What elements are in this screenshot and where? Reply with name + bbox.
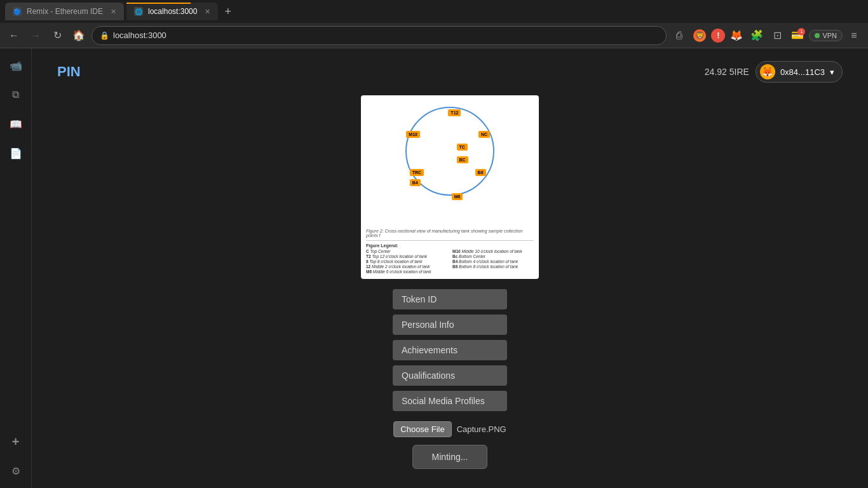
app-header: PIN 24.92 5IRE 🦊 0x84...11C3 ▾ bbox=[57, 61, 843, 83]
localhost-favicon: 🌐 bbox=[134, 7, 143, 16]
sidebar-settings-icon[interactable]: ⚙ bbox=[6, 461, 25, 480]
tab-remix-close[interactable]: ✕ bbox=[111, 8, 116, 16]
new-tab-button[interactable]: + bbox=[220, 5, 235, 18]
node-t12: T12 bbox=[448, 109, 461, 116]
node-m10: M10 bbox=[406, 131, 420, 138]
mint-row: Minting... bbox=[57, 445, 843, 469]
sidebar-toggle[interactable]: ⊡ bbox=[768, 27, 786, 44]
app-layout: 📹 ⧉ 📖 📄 + ⚙ PIN 24.92 5IRE 🦊 0x84...11C3… bbox=[0, 48, 868, 488]
tab-remix[interactable]: 🔵 Remix - Ethereum IDE ✕ bbox=[5, 3, 124, 20]
legend-m10: M10 Middle 10 o'clock location of tank bbox=[452, 249, 534, 254]
node-m6: M6 bbox=[452, 193, 463, 200]
brave-icon[interactable]: 🦁 bbox=[691, 27, 709, 44]
alert-icon: ! bbox=[711, 29, 725, 43]
sidebar-document-icon[interactable]: 📄 bbox=[6, 144, 25, 163]
puzzle-extension[interactable]: 🧩 bbox=[748, 27, 766, 44]
forward-button[interactable]: → bbox=[27, 27, 44, 44]
nav-actions: ⎙ 🦁 ! 🦊 🧩 ⊡ 💳 1 VPN ≡ bbox=[670, 27, 863, 44]
node-b6: B6 bbox=[475, 169, 486, 176]
vpn-dot bbox=[815, 33, 820, 38]
legend-grid: C Top Center M10 Middle 10 o'clock locat… bbox=[366, 249, 534, 274]
lock-icon: 🔒 bbox=[100, 31, 109, 40]
file-input-row: Choose File Capture.PNG bbox=[57, 421, 843, 437]
wallet-button[interactable]: 🦊 0x84...11C3 ▾ bbox=[756, 61, 843, 83]
legend-t2: T2 Top 12 o'clock location of tank bbox=[366, 254, 447, 259]
legend-area: Figure Legend: C Top Center M10 Middle 1… bbox=[366, 240, 534, 274]
reload-button[interactable]: ↻ bbox=[48, 27, 66, 44]
mint-button[interactable]: Minting... bbox=[412, 445, 488, 469]
fox-extension[interactable]: 🦊 bbox=[728, 27, 745, 44]
vpn-badge: VPN bbox=[809, 30, 843, 41]
main-content: PIN 24.92 5IRE 🦊 0x84...11C3 ▾ T12 M10 N… bbox=[32, 48, 868, 488]
legend-bc: Bc Bottom Center bbox=[452, 254, 534, 259]
image-preview: T12 M10 NC TC BC TRC B4 B6 M6 Figure 2: … bbox=[361, 95, 539, 279]
sidebar: 📹 ⧉ 📖 📄 + ⚙ bbox=[0, 48, 32, 488]
choose-file-label[interactable]: Choose File bbox=[393, 421, 451, 437]
section-personal-info[interactable]: Personal Info bbox=[393, 315, 507, 335]
tab-localhost-close[interactable]: ✕ bbox=[205, 8, 210, 16]
image-preview-container: T12 M10 NC TC BC TRC B4 B6 M6 Figure 2: … bbox=[57, 95, 843, 279]
diagram-area: T12 M10 NC TC BC TRC B4 B6 M6 bbox=[366, 100, 534, 227]
legend-m6: M6 Middle 6 o'clock location of tank bbox=[366, 269, 447, 274]
legend-c: C Top Center bbox=[366, 249, 447, 254]
section-social-media-profiles[interactable]: Social Media Profiles bbox=[393, 391, 507, 411]
vpn-label: VPN bbox=[822, 32, 837, 39]
remix-favicon: 🔵 bbox=[13, 7, 22, 16]
wallet-dropdown-arrow: ▾ bbox=[830, 67, 834, 77]
browser-chrome: 🔵 Remix - Ethereum IDE ✕ 🌐 localhost:300… bbox=[0, 0, 868, 48]
tab-remix-label: Remix - Ethereum IDE bbox=[27, 7, 103, 16]
section-qualifications[interactable]: Qualifications bbox=[393, 365, 507, 386]
sections-container: Token ID Personal Info Achievements Qual… bbox=[57, 289, 843, 411]
tab-localhost[interactable]: 🌐 localhost:3000 ✕ bbox=[126, 3, 218, 20]
address-text: localhost:3000 bbox=[113, 30, 166, 40]
address-bar[interactable]: 🔒 localhost:3000 bbox=[92, 26, 667, 45]
legend-b4: B4 Bottom 4 o'clock location of tank bbox=[452, 259, 534, 264]
diagram-caption: Figure 2: Cross-sectional view of manufa… bbox=[366, 229, 534, 238]
sidebar-layers-icon[interactable]: ⧉ bbox=[6, 85, 25, 104]
wallet-info: 24.92 5IRE 🦊 0x84...11C3 ▾ bbox=[705, 61, 843, 83]
nav-bar: ← → ↻ 🏠 🔒 localhost:3000 ⎙ 🦁 ! 🦊 🧩 ⊡ 💳 1… bbox=[0, 23, 868, 48]
sidebar-video-icon[interactable]: 📹 bbox=[6, 56, 25, 75]
share-button[interactable]: ⎙ bbox=[670, 27, 688, 44]
wallet-avatar: 🦊 bbox=[760, 64, 775, 79]
section-achievements[interactable]: Achievements bbox=[393, 340, 507, 360]
sidebar-add-icon[interactable]: + bbox=[6, 432, 25, 451]
loading-bar bbox=[126, 3, 191, 4]
wallet-address: 0x84...11C3 bbox=[780, 67, 825, 77]
node-tc: TC bbox=[457, 144, 468, 151]
sidebar-book-icon[interactable]: 📖 bbox=[6, 114, 25, 133]
menu-button[interactable]: ≡ bbox=[845, 27, 863, 44]
node-nc: NC bbox=[478, 131, 490, 138]
file-name: Capture.PNG bbox=[457, 424, 506, 434]
brave-logo: 🦁 bbox=[693, 29, 706, 42]
choose-file-label-text: Choose File bbox=[400, 424, 444, 434]
home-button[interactable]: 🏠 bbox=[70, 27, 88, 44]
section-token-id[interactable]: Token ID bbox=[393, 289, 507, 309]
wallet-badge: 1 bbox=[797, 28, 805, 36]
node-b4: B4 bbox=[410, 179, 421, 186]
back-button[interactable]: ← bbox=[5, 27, 23, 44]
tab-localhost-label: localhost:3000 bbox=[148, 7, 197, 16]
tab-bar: 🔵 Remix - Ethereum IDE ✕ 🌐 localhost:300… bbox=[0, 0, 868, 23]
node-trc: TRC bbox=[410, 169, 424, 176]
legend-title: Figure Legend: bbox=[366, 243, 534, 248]
legend-b8: B8 Bottom 8 o'clock location of tank bbox=[452, 264, 534, 269]
node-bc: BC bbox=[457, 156, 468, 163]
wallet-counter[interactable]: 💳 1 bbox=[789, 27, 806, 44]
wallet-balance: 24.92 5IRE bbox=[705, 67, 749, 77]
legend-8: 8 Top 8 o'clock location of tank bbox=[366, 259, 447, 264]
legend-12: 12 Middle 2 o'clock location of tank bbox=[366, 264, 447, 269]
app-title: PIN bbox=[57, 64, 81, 80]
